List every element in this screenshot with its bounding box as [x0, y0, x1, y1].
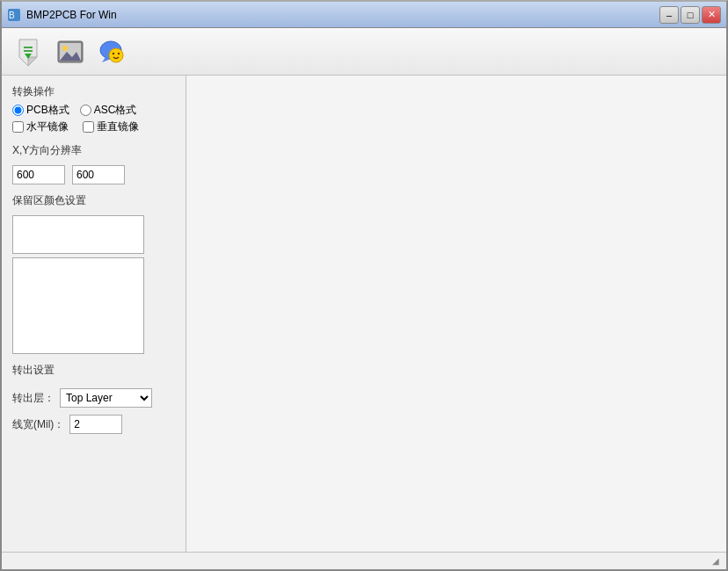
vertical-mirror-input[interactable] [83, 121, 94, 133]
asc-format-label: ASC格式 [94, 103, 137, 118]
color-section-title: 保留区颜色设置 [12, 193, 175, 208]
app-icon: B [7, 8, 21, 22]
vertical-mirror-check[interactable]: 垂直镜像 [83, 119, 139, 134]
color-preview-box[interactable] [12, 215, 144, 254]
format-radio-group: PCB格式 ASC格式 [12, 103, 175, 118]
left-panel: 转换操作 PCB格式 ASC格式 水平镜像 [2, 76, 186, 552]
image-icon [55, 36, 86, 68]
line-width-row: 线宽(Mil)： [12, 415, 175, 434]
title-bar: B BMP2PCB For Win – □ ✕ [2, 2, 726, 28]
resolution-y-input[interactable] [72, 165, 125, 184]
svg-point-14 [113, 52, 114, 54]
resize-grip: ◢ [709, 554, 723, 568]
about-button[interactable] [93, 33, 132, 71]
resolution-inputs [12, 165, 175, 184]
line-width-label: 线宽(Mil)： [12, 417, 64, 432]
maximize-button[interactable]: □ [681, 6, 700, 24]
output-layer-row: 转出层： Top Layer Bottom Layer GND Layer PW… [12, 388, 175, 408]
convert-section: 转换操作 PCB格式 ASC格式 水平镜像 [12, 84, 175, 134]
output-layer-select[interactable]: Top Layer Bottom Layer GND Layer PWR Lay… [60, 388, 152, 408]
resolution-section: X,Y方向分辨率 [12, 143, 175, 184]
minimize-button[interactable]: – [659, 6, 679, 24]
resolution-section-title: X,Y方向分辨率 [12, 143, 175, 158]
resolution-x-input[interactable] [12, 165, 65, 184]
vertical-mirror-label: 垂直镜像 [97, 119, 139, 134]
right-panel [186, 76, 726, 552]
svg-point-15 [118, 52, 120, 54]
asc-format-input[interactable] [80, 105, 91, 116]
main-window: B BMP2PCB For Win – □ ✕ [0, 0, 728, 571]
horizontal-mirror-label: 水平镜像 [26, 119, 69, 134]
pcb-format-label: PCB格式 [26, 103, 69, 118]
line-width-input[interactable] [69, 415, 122, 434]
convert-section-title: 转换操作 [12, 84, 175, 99]
svg-text:B: B [9, 11, 15, 20]
pcb-format-radio[interactable]: PCB格式 [12, 103, 69, 118]
window-title: BMP2PCB For Win [26, 9, 117, 21]
close-button[interactable]: ✕ [702, 6, 721, 24]
asc-format-radio[interactable]: ASC格式 [80, 103, 137, 118]
svg-marker-3 [28, 57, 37, 66]
horizontal-mirror-check[interactable]: 水平镜像 [12, 119, 69, 134]
color-list[interactable] [12, 257, 144, 354]
import-button[interactable] [9, 33, 47, 71]
pcb-format-input[interactable] [12, 105, 24, 116]
chat-icon [97, 36, 128, 68]
output-section: 转出设置 转出层： Top Layer Bottom Layer GND Lay… [12, 363, 175, 434]
horizontal-mirror-input[interactable] [12, 121, 24, 133]
title-controls: – □ ✕ [659, 6, 721, 24]
main-area: 转换操作 PCB格式 ASC格式 水平镜像 [2, 76, 726, 552]
output-section-title: 转出设置 [12, 363, 175, 378]
import-icon [12, 36, 44, 68]
toolbar [2, 28, 726, 76]
svg-point-9 [62, 46, 68, 51]
title-bar-left: B BMP2PCB For Win [7, 8, 117, 22]
status-bar: ◢ [2, 552, 726, 569]
image-button[interactable] [51, 33, 90, 71]
svg-point-13 [109, 48, 123, 62]
output-layer-label: 转出层： [12, 391, 55, 406]
mirror-group: 水平镜像 垂直镜像 [12, 119, 175, 134]
color-section: 保留区颜色设置 [12, 193, 175, 354]
